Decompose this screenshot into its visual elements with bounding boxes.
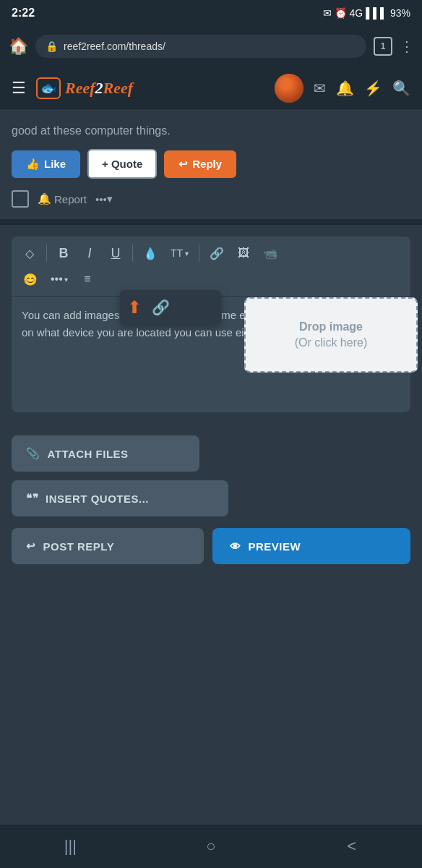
spacer: [0, 576, 422, 634]
thumbs-up-icon: 👍: [26, 158, 40, 171]
drop-zone-title: Drop image: [260, 320, 402, 333]
bold-button[interactable]: B: [53, 242, 74, 264]
url-bar[interactable]: 🔒 reef2reef.com/threads/: [35, 35, 366, 58]
url-text: reef2reef.com/threads/: [64, 41, 165, 52]
checkbox[interactable]: [12, 190, 29, 208]
more-toolbar-button[interactable]: •••▾: [46, 268, 72, 290]
drop-zone-subtitle: (Or click here): [295, 336, 367, 349]
secondary-actions: 🔔 Report ••• ▾: [12, 190, 410, 208]
site-header: ☰ 🐟 Reef2Reef ✉ 🔔 ⚡ 🔍: [0, 67, 422, 110]
status-time: 2:22: [12, 7, 35, 20]
quote-button[interactable]: + Quote: [87, 149, 157, 179]
mail-icon[interactable]: ✉: [314, 80, 326, 97]
toolbar-dropdown: ⬆ 🔗: [120, 290, 221, 325]
status-icons: ✉ ⏰ 4G ▌▌▌ 93%: [323, 7, 410, 19]
italic-button[interactable]: I: [79, 242, 100, 264]
reply-icon: ↩: [178, 158, 188, 171]
browser-bar: 🏠 🔒 reef2reef.com/threads/ 1 ⋮: [0, 26, 422, 67]
flash-icon[interactable]: ⚡: [364, 80, 382, 97]
chevron-down-icon: ▾: [185, 250, 189, 258]
media-button[interactable]: 📹: [259, 242, 282, 264]
post-text-preview: good at these computer things.: [12, 122, 410, 137]
quotes-icon: ❝❞: [26, 492, 38, 505]
like-button[interactable]: 👍 Like: [12, 150, 80, 178]
bell-report-icon: 🔔: [38, 192, 51, 205]
post-footer: good at these computer things. 👍 Like + …: [0, 110, 422, 219]
chevron-down-icon: ▾: [107, 192, 113, 205]
more-options-button[interactable]: ••• ▾: [95, 192, 113, 205]
nav-back-icon: <: [347, 837, 356, 856]
nav-menu-button[interactable]: |||: [48, 825, 92, 868]
alarm-icon: ⏰: [335, 7, 347, 19]
more-dots-icon: •••: [95, 193, 107, 205]
color-button[interactable]: 💧: [139, 242, 162, 264]
wifi-icon: ▌▌▌: [366, 7, 387, 19]
attach-files-button[interactable]: 📎 ATTACH FILES: [12, 435, 199, 472]
avatar-image: [275, 74, 303, 103]
editor-container: ◇ B I U 💧 TT▾: [12, 237, 410, 412]
bell-icon[interactable]: 🔔: [336, 80, 354, 97]
post-reply-button[interactable]: ↩ POST REPLY: [12, 528, 204, 564]
nav-home-icon: ○: [206, 837, 215, 856]
toolbar-row-2: 😊 •••▾ ≡ ⬆ 🔗 Drop image (Or click here): [19, 268, 403, 290]
drop-zone[interactable]: Drop image (Or click here): [244, 297, 418, 373]
paperclip-icon: 📎: [26, 447, 40, 460]
tab-count-badge[interactable]: 1: [374, 37, 392, 56]
action-buttons: 👍 Like + Quote ↩ Reply: [12, 149, 410, 179]
battery-icon: 93%: [390, 7, 410, 19]
emoji-button[interactable]: 😊: [19, 268, 42, 290]
section-divider: [0, 219, 422, 225]
align-button[interactable]: ≡: [77, 268, 98, 290]
nav-back-button[interactable]: <: [330, 825, 374, 868]
toolbar-divider-2: [132, 244, 133, 262]
image-button[interactable]: 🖼: [233, 242, 254, 264]
lock-icon: 🔒: [46, 41, 58, 52]
nav-menu-icon: |||: [64, 837, 77, 856]
editor-section: ◇ B I U 💧 TT▾: [0, 237, 422, 576]
home-icon[interactable]: 🏠: [9, 37, 28, 56]
post-action-row: ↩ POST REPLY 👁 PREVIEW: [12, 528, 410, 564]
reply-button[interactable]: ↩ Reply: [164, 150, 236, 178]
status-bar: 2:22 ✉ ⏰ 4G ▌▌▌ 93%: [0, 0, 422, 26]
link-button[interactable]: 🔗: [205, 242, 228, 264]
preview-button[interactable]: 👁 PREVIEW: [212, 528, 410, 564]
underline-button[interactable]: U: [105, 242, 126, 264]
chain-link-icon[interactable]: 🔗: [152, 299, 170, 316]
bottom-buttons: 📎 ATTACH FILES ❝❞ INSERT QUOTES... ↩ POS…: [0, 424, 422, 576]
signal-bar-icon: 4G: [350, 7, 363, 19]
editor-toolbar: ◇ B I U 💧 TT▾: [12, 237, 410, 297]
browser-menu-icon[interactable]: ⋮: [400, 38, 413, 55]
insert-quotes-button[interactable]: ❝❞ INSERT QUOTES...: [12, 480, 228, 516]
nav-home-button[interactable]: ○: [189, 825, 233, 868]
gmail-icon: ✉: [323, 7, 332, 19]
eraser-button[interactable]: ◇: [19, 242, 40, 264]
eye-icon: 👁: [230, 540, 241, 553]
nav-bar: ||| ○ <: [0, 825, 422, 868]
hamburger-menu-icon[interactable]: ☰: [12, 79, 26, 98]
toolbar-divider-3: [199, 244, 199, 262]
logo-box: 🐟: [36, 77, 61, 99]
logo-fish-icon: 🐟: [40, 80, 56, 96]
chevron-down-icon-more: ▾: [64, 276, 68, 284]
search-icon[interactable]: 🔍: [392, 80, 410, 97]
report-button[interactable]: 🔔 Report: [38, 192, 87, 205]
text-size-button[interactable]: TT▾: [166, 242, 193, 264]
content-area: good at these computer things. 👍 Like + …: [0, 110, 422, 576]
avatar[interactable]: [275, 74, 303, 103]
site-logo[interactable]: 🐟 Reef2Reef: [36, 77, 133, 99]
toolbar-row-1: ◇ B I U 💧 TT▾: [19, 242, 403, 264]
logo-text: Reef2Reef: [65, 79, 133, 98]
toolbar-divider: [46, 244, 47, 262]
upload-icon[interactable]: ⬆: [127, 297, 142, 318]
post-reply-icon: ↩: [26, 540, 36, 553]
